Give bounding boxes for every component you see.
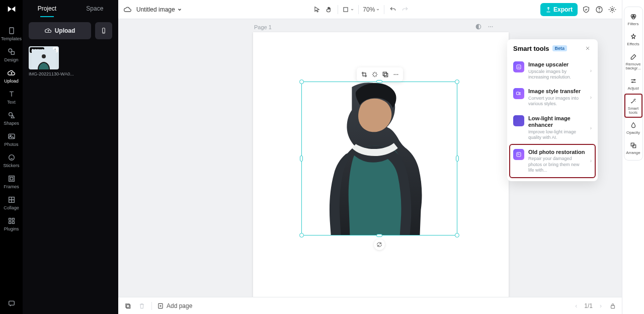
- panel-title: Smart tools: [513, 45, 549, 52]
- prop-filters[interactable]: Filters: [624, 9, 642, 29]
- handle-t[interactable]: [376, 80, 382, 83]
- rotate-handle[interactable]: [374, 239, 385, 250]
- tool-style-transfer[interactable]: Image style transferConvert your images …: [510, 84, 595, 111]
- handle-bl[interactable]: [299, 233, 304, 238]
- topbar: Untitled image 70% Export: [118, 0, 622, 19]
- handle-b[interactable]: [376, 234, 382, 237]
- prop-adjust[interactable]: Adjust: [624, 73, 642, 94]
- thumb-person-icon: [32, 49, 56, 69]
- prop-arrange[interactable]: Arrange: [624, 138, 642, 158]
- rail-upload[interactable]: Upload: [0, 65, 23, 87]
- message-icon[interactable]: [7, 299, 16, 308]
- selection[interactable]: [301, 82, 457, 236]
- prop-removebg[interactable]: Remove backgr...: [624, 49, 642, 73]
- svg-rect-2: [11, 51, 14, 54]
- background-icon[interactable]: [381, 70, 390, 79]
- rail-shapes[interactable]: Shapes: [0, 108, 23, 129]
- rail-stickers[interactable]: Stickers: [0, 150, 23, 171]
- svg-rect-39: [611, 305, 615, 308]
- rail-footer: [0, 299, 23, 309]
- svg-rect-14: [9, 301, 14, 305]
- handle-l[interactable]: [300, 155, 303, 162]
- rail-label: Collage: [4, 205, 19, 210]
- rail-frames[interactable]: Frames: [0, 171, 23, 192]
- rail-plugins[interactable]: Plugins: [0, 213, 23, 234]
- shapes-icon: [7, 111, 16, 120]
- opacity-icon: [629, 121, 638, 130]
- redo-icon[interactable]: [400, 5, 410, 14]
- tab-project[interactable]: Project: [36, 0, 58, 17]
- rail-label: Design: [4, 57, 18, 62]
- rail-label: Templates: [1, 36, 22, 41]
- settings-icon[interactable]: [608, 5, 617, 14]
- handle-r[interactable]: [456, 155, 459, 162]
- close-icon[interactable]: [584, 44, 592, 52]
- tool-lowlight[interactable]: Low-light image enhancerImprove low-ligh…: [510, 111, 595, 145]
- rail-design[interactable]: Design: [0, 44, 23, 65]
- chevron-right-icon: ›: [590, 125, 592, 131]
- filters-icon: [629, 12, 638, 21]
- svg-point-43: [633, 80, 634, 81]
- eraser-icon: [629, 52, 638, 61]
- hand-icon[interactable]: [325, 5, 334, 14]
- prop-smart-tools[interactable]: Smart tools: [624, 94, 642, 118]
- handle-br[interactable]: [455, 233, 459, 238]
- handle-tl[interactable]: [299, 80, 304, 84]
- restore-icon: [513, 149, 524, 160]
- tab-space[interactable]: Space: [84, 0, 105, 17]
- cursor-icon[interactable]: [312, 5, 321, 14]
- undo-icon[interactable]: [388, 5, 397, 14]
- prev-page-icon[interactable]: ‹: [572, 302, 580, 310]
- trash-icon[interactable]: [137, 301, 146, 310]
- artboard-icon[interactable]: [342, 5, 354, 14]
- layers-icon[interactable]: [123, 301, 132, 310]
- thumb-filename: IMG-20221130-WA0...: [29, 71, 112, 76]
- more-icon[interactable]: [391, 70, 400, 79]
- tool-restoration[interactable]: Old photo restorationRepair your damaged…: [510, 145, 595, 178]
- handle-tr[interactable]: [455, 80, 459, 84]
- cloud-icon[interactable]: [123, 5, 132, 14]
- sparkle-icon[interactable]: [370, 70, 379, 79]
- main-area: Untitled image 70% Export: [118, 0, 622, 314]
- moon-icon: [513, 115, 524, 126]
- asset-thumb[interactable]: Added 1: [29, 46, 59, 69]
- upload-button[interactable]: Upload: [29, 22, 91, 39]
- design-icon: [7, 47, 16, 56]
- sliders-icon: [629, 76, 638, 86]
- page-theme-icon[interactable]: [475, 23, 482, 30]
- next-page-icon[interactable]: ›: [597, 302, 605, 310]
- page-tools: [475, 23, 494, 30]
- upscaler-icon: 4K: [513, 61, 524, 72]
- document-title[interactable]: Untitled image: [136, 6, 182, 13]
- upload-icon: [7, 68, 16, 77]
- rail-collage[interactable]: Collage: [0, 192, 23, 213]
- rail-label: Shapes: [4, 121, 19, 126]
- svg-point-28: [393, 74, 394, 75]
- prop-effects[interactable]: Effects: [624, 29, 642, 49]
- prop-opacity[interactable]: Opacity: [624, 118, 642, 138]
- rail-templates[interactable]: Templates: [0, 23, 23, 44]
- help-icon[interactable]: [595, 5, 604, 14]
- lock-icon[interactable]: [609, 302, 617, 310]
- rail-photos[interactable]: Photos: [0, 129, 23, 150]
- shield-icon[interactable]: [582, 5, 591, 14]
- tool-upscaler[interactable]: 4K Image upscalerUpscale images by incre…: [510, 57, 595, 84]
- crop-icon[interactable]: [360, 70, 369, 79]
- svg-rect-10: [9, 218, 11, 220]
- style-icon: [513, 88, 524, 99]
- upload-label: Upload: [55, 27, 75, 34]
- canvas[interactable]: Page 1: [118, 19, 622, 297]
- bottom-bar: Add page ‹ 1/1 ›: [118, 297, 622, 314]
- rail-label: Upload: [4, 78, 19, 84]
- selection-toolbar: [357, 67, 403, 82]
- svg-rect-18: [344, 7, 348, 11]
- svg-rect-13: [12, 221, 14, 223]
- add-page-button[interactable]: Add page: [157, 302, 192, 309]
- svg-point-44: [632, 82, 633, 83]
- frames-icon: [7, 174, 16, 183]
- export-button[interactable]: Export: [540, 3, 578, 16]
- zoom-level[interactable]: 70%: [363, 5, 380, 14]
- rail-text[interactable]: Text: [0, 87, 23, 108]
- device-button[interactable]: [95, 22, 112, 39]
- page-more-icon[interactable]: [487, 23, 494, 30]
